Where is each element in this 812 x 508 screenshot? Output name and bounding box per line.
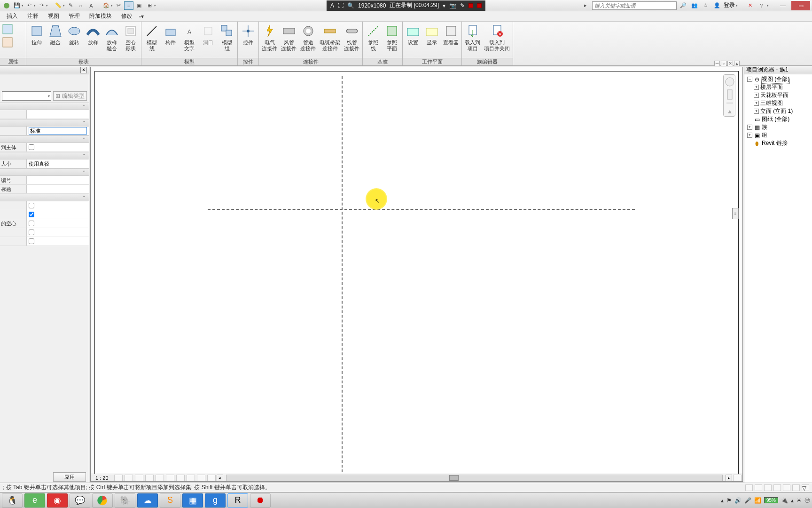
tree-collapse-icon[interactable]: − bbox=[747, 77, 752, 82]
load-into-project-button[interactable]: 载入到 项目 bbox=[463, 23, 482, 53]
tree-node-views[interactable]: − ⊙ 视图 (全部) bbox=[745, 75, 811, 83]
vc-reveal-icon[interactable] bbox=[197, 475, 205, 481]
close-inactive-icon[interactable]: ▣ bbox=[134, 1, 144, 10]
section-icon[interactable]: ✂ bbox=[114, 1, 123, 10]
check-4[interactable] bbox=[29, 238, 34, 244]
tray-input-icon[interactable]: ㊥ bbox=[804, 496, 810, 504]
tree-expand-icon[interactable]: + bbox=[754, 109, 759, 114]
vc-crop-icon[interactable] bbox=[156, 475, 164, 481]
menu-addins[interactable]: 附加模块 bbox=[85, 11, 117, 21]
task-evernote-icon[interactable]: 🐘 bbox=[115, 493, 135, 508]
apply-button[interactable]: 应用 bbox=[53, 472, 86, 482]
model-text-button[interactable]: A模型 文字 bbox=[180, 23, 199, 53]
tree-node-families[interactable]: + ▦ 族 bbox=[745, 123, 811, 131]
tree-expand-icon[interactable]: + bbox=[754, 85, 759, 90]
login-dropdown-icon[interactable]: ▾ bbox=[736, 4, 738, 8]
property-standard-input[interactable] bbox=[29, 127, 87, 135]
vc-crop-show-icon[interactable] bbox=[166, 475, 174, 481]
tray-power-icon[interactable]: 🔌 bbox=[781, 497, 788, 504]
viewer-button[interactable]: 查看器 bbox=[441, 23, 461, 47]
task-wechat-icon[interactable]: 💬 bbox=[70, 493, 90, 508]
scroll-left-icon[interactable]: ◂ bbox=[217, 475, 223, 481]
duct-connector-button[interactable]: 风管 连接件 bbox=[279, 23, 298, 53]
camera-icon[interactable]: 📷 bbox=[449, 2, 456, 9]
blend-button[interactable]: 融合 bbox=[46, 23, 65, 47]
check-2[interactable] bbox=[29, 212, 34, 217]
tree-node-elevations[interactable]: + 立面 (立面 1) bbox=[745, 107, 811, 115]
status-filter-icon[interactable]: ▽ bbox=[802, 484, 809, 491]
prop-value-size[interactable]: 使用直径 bbox=[27, 159, 89, 168]
user-icon[interactable]: 👤 bbox=[712, 1, 722, 10]
host-checkbox[interactable] bbox=[29, 144, 34, 150]
modify-button[interactable] bbox=[1, 23, 14, 36]
3d-view-icon[interactable]: 🏠 bbox=[102, 1, 111, 10]
view-scale[interactable]: 1 : 20 bbox=[91, 475, 113, 481]
pipe-connector-button[interactable]: 管道 连接件 bbox=[298, 23, 318, 53]
task-vs-icon[interactable]: ▦ bbox=[182, 493, 203, 508]
switch-dropdown-icon[interactable]: ▾ bbox=[154, 4, 156, 8]
section-toggle-icon[interactable]: ⌃ bbox=[82, 195, 86, 200]
vc-detail-icon[interactable] bbox=[114, 475, 123, 481]
reference-line-button[interactable]: 参照 线 bbox=[364, 23, 383, 53]
task-g-icon[interactable]: g bbox=[205, 493, 226, 508]
task-netease-icon[interactable]: ◉ bbox=[47, 493, 68, 508]
overlay-dropdown-icon[interactable]: ▾ bbox=[443, 2, 445, 9]
rec-pause-icon[interactable] bbox=[468, 3, 473, 8]
exchange-icon[interactable]: ✕ bbox=[745, 1, 755, 10]
cable-tray-connector-button[interactable]: 电缆桥架 连接件 bbox=[318, 23, 342, 53]
properties-button[interactable] bbox=[1, 36, 14, 49]
tree-expand-icon[interactable]: + bbox=[754, 93, 759, 98]
search-go-icon[interactable]: 🔎 bbox=[679, 1, 688, 10]
app-menu-icon[interactable] bbox=[2, 1, 11, 10]
task-ie-icon[interactable]: e bbox=[24, 493, 45, 508]
tray-app-icon[interactable]: ☀ bbox=[796, 497, 802, 504]
measure-icon[interactable]: 📏 bbox=[54, 1, 63, 10]
vc-constraints-icon[interactable] bbox=[207, 475, 216, 481]
conduit-connector-button[interactable]: 线管 连接件 bbox=[342, 23, 361, 53]
navigation-bar[interactable] bbox=[723, 74, 735, 117]
dimension-icon[interactable]: ↔ bbox=[76, 1, 86, 10]
vc-shadow-icon[interactable] bbox=[145, 475, 154, 481]
section-toggle-icon[interactable]: ⌃ bbox=[82, 153, 86, 158]
menu-modify[interactable]: 修改 bbox=[117, 11, 137, 21]
prop-value-title[interactable] bbox=[27, 185, 89, 193]
status-icon-5[interactable] bbox=[783, 484, 790, 491]
sweep-button[interactable]: 放样 bbox=[84, 23, 102, 47]
electrical-connector-button[interactable]: 电气 连接件 bbox=[260, 23, 279, 53]
login-link[interactable]: 登录 bbox=[724, 1, 735, 9]
horizontal-scrollbar[interactable] bbox=[226, 475, 723, 481]
tray-volume-icon[interactable]: 🔊 bbox=[734, 497, 742, 504]
tree-expand-icon[interactable]: + bbox=[747, 125, 752, 130]
check-3[interactable] bbox=[29, 230, 34, 235]
rec-stop-icon[interactable] bbox=[477, 3, 482, 8]
status-icon-6[interactable] bbox=[792, 484, 800, 491]
reference-plane-button[interactable]: 参照 平面 bbox=[383, 23, 401, 53]
side-tab-icon[interactable]: ≡ bbox=[732, 208, 739, 219]
close-button[interactable]: ▭ bbox=[791, 1, 810, 10]
void-forms-button[interactable]: 空心 形状 bbox=[121, 23, 140, 53]
section-toggle-icon[interactable]: ⌃ bbox=[82, 120, 86, 125]
section-toggle-icon[interactable]: ⌃ bbox=[82, 137, 86, 142]
tree-expand-icon[interactable]: + bbox=[754, 101, 759, 106]
tree-node-floor-plans[interactable]: + 楼层平面 bbox=[745, 83, 811, 91]
component-button[interactable]: 构件 bbox=[161, 23, 180, 47]
status-icon-3[interactable] bbox=[764, 484, 772, 491]
menu-overflow-icon[interactable]: ▫▾ bbox=[137, 12, 146, 21]
revolve-button[interactable]: 旋转 bbox=[65, 23, 84, 47]
help-dropdown-icon[interactable]: ▾ bbox=[767, 4, 769, 8]
vc-temp-hide-icon[interactable] bbox=[187, 475, 195, 481]
swept-blend-button[interactable]: 放样 融合 bbox=[102, 23, 121, 53]
view-restore-icon[interactable]: ▫ bbox=[721, 61, 726, 66]
tree-node-3d[interactable]: + 三维视图 bbox=[745, 99, 811, 107]
tray-flag-icon[interactable]: ⚑ bbox=[726, 497, 732, 504]
tray-network-icon[interactable]: 📶 bbox=[754, 497, 761, 504]
edit-type-button[interactable]: ⊞编辑类型 bbox=[53, 91, 87, 101]
menu-manage[interactable]: 管理 bbox=[64, 11, 85, 21]
properties-close-icon[interactable]: × bbox=[80, 67, 87, 73]
model-line-button[interactable]: 模型 线 bbox=[142, 23, 161, 53]
tree-node-links[interactable]: ⬮ Revit 链接 bbox=[745, 139, 811, 147]
tree-node-ceiling-plans[interactable]: + 天花板平面 bbox=[745, 91, 811, 99]
status-icon-2[interactable] bbox=[755, 484, 762, 491]
extrusion-button[interactable]: 拉伸 bbox=[27, 23, 46, 47]
section-toggle-icon[interactable]: ⌃ bbox=[82, 170, 86, 175]
